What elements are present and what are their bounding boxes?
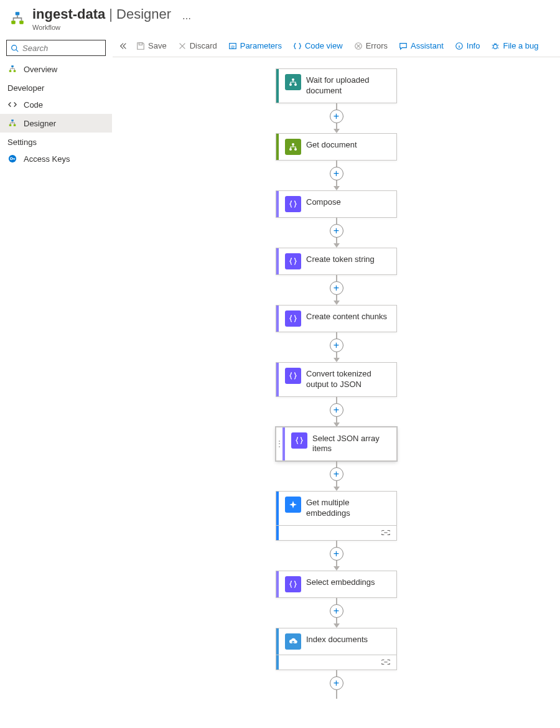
node-icon (285, 196, 301, 212)
node-accent (276, 492, 279, 525)
sidebar: Overview Developer Code Designer Setting… (0, 35, 112, 717)
svg-text:@: @ (231, 44, 235, 48)
nav-group-settings: Settings (0, 133, 112, 149)
add-step-button[interactable]: + (330, 338, 343, 352)
node-label: Wait for uploaded document (306, 69, 396, 103)
parameters-button[interactable]: @ Parameters (223, 39, 287, 53)
workflow-node[interactable]: Select embeddings (276, 571, 397, 598)
svg-point-23 (289, 148, 292, 151)
add-step-button[interactable]: + (330, 167, 343, 180)
node-label: Select embeddings (306, 571, 396, 597)
connector: + (330, 332, 343, 362)
node-label: Get multiple embeddings (306, 492, 396, 525)
node-label: Select JSON array items (312, 427, 396, 461)
add-step-button[interactable]: + (330, 224, 343, 238)
node-icon (285, 253, 301, 269)
node-icon (285, 368, 301, 384)
search-box[interactable] (6, 40, 106, 56)
add-step-button[interactable]: + (330, 604, 343, 618)
connector: + (330, 103, 343, 133)
errors-button[interactable]: Errors (349, 39, 393, 53)
workflow-node[interactable]: Create token string (276, 248, 397, 275)
workflow-node[interactable]: Create content chunks (276, 305, 397, 332)
workflow-icon (7, 64, 17, 74)
svg-point-24 (294, 148, 297, 151)
add-step-button[interactable]: + (330, 676, 343, 690)
svg-rect-10 (14, 124, 16, 126)
workflow-node[interactable]: Index documents (276, 628, 397, 655)
bug-icon (491, 42, 500, 50)
search-input[interactable] (22, 44, 101, 53)
svg-rect-5 (11, 65, 14, 67)
svg-rect-0 (16, 12, 20, 15)
connector: + (330, 670, 343, 699)
link-icon (375, 526, 396, 540)
search-icon (11, 44, 19, 52)
node-accent (282, 427, 285, 461)
discard-icon (178, 42, 187, 50)
svg-point-22 (292, 143, 294, 146)
add-step-button[interactable]: + (330, 281, 343, 295)
add-step-button[interactable]: + (330, 110, 343, 123)
page-title: ingest-data|Designer (32, 6, 171, 22)
sidebar-item-code[interactable]: Code (0, 95, 112, 114)
link-icon (375, 655, 396, 670)
connector: + (330, 161, 343, 190)
node-accent (276, 628, 279, 655)
node-icon (285, 576, 301, 592)
connector: + (330, 461, 343, 491)
workflow-node[interactable]: Compose (276, 190, 397, 218)
toolbar: Save Discard @ Parameters Code view Erro… (113, 35, 560, 57)
errors-icon (354, 42, 363, 50)
svg-rect-9 (9, 124, 12, 126)
sidebar-item-label: Designer (24, 119, 56, 128)
code-icon (293, 42, 302, 50)
save-button[interactable]: Save (131, 39, 172, 53)
node-icon (291, 432, 307, 449)
sidebar-item-access-keys[interactable]: Access Keys (0, 149, 112, 168)
node-accent (276, 306, 279, 332)
add-step-button[interactable]: + (330, 547, 343, 561)
svg-point-3 (12, 45, 17, 50)
node-accent (276, 363, 279, 396)
more-button[interactable]: ⋯ (182, 14, 191, 24)
key-icon (7, 154, 17, 164)
connector: + (330, 275, 343, 305)
node-icon (285, 633, 301, 650)
parameters-icon: @ (228, 42, 237, 50)
svg-point-21 (294, 83, 297, 86)
chat-icon (399, 42, 408, 50)
node-label: Create content chunks (306, 306, 396, 332)
workflow-node[interactable]: Convert tokenized output to JSON (276, 362, 397, 397)
assistant-button[interactable]: Assistant (394, 39, 449, 53)
collapse-sidebar-button[interactable] (116, 39, 130, 53)
discard-button[interactable]: Discard (173, 39, 222, 53)
drag-handle-icon[interactable]: ⋮ (276, 427, 282, 461)
svg-point-20 (289, 83, 292, 86)
designer-icon (7, 118, 17, 128)
designer-canvas[interactable]: Wait for uploaded document+Get document+… (113, 57, 560, 717)
workflow-node[interactable]: Wait for uploaded document (276, 68, 397, 103)
add-step-button[interactable]: + (330, 403, 343, 417)
add-step-button[interactable]: + (330, 467, 343, 481)
sidebar-item-designer[interactable]: Designer (0, 114, 112, 133)
workflow-node[interactable]: Get multiple embeddings (276, 491, 397, 526)
bug-button[interactable]: File a bug (486, 39, 543, 53)
svg-rect-1 (11, 21, 16, 24)
node-label: Convert tokenized output to JSON (306, 363, 396, 396)
sidebar-item-overview[interactable]: Overview (0, 60, 112, 78)
node-icon (285, 497, 301, 513)
workflow-node[interactable]: Get document (276, 133, 397, 161)
codeview-button[interactable]: Code view (288, 39, 348, 53)
node-accent (276, 571, 279, 597)
code-icon (7, 100, 17, 110)
info-button[interactable]: Info (450, 39, 485, 53)
node-accent (276, 69, 279, 103)
node-footer[interactable] (276, 655, 397, 670)
connector: + (330, 598, 343, 628)
nav-group-developer: Developer (0, 78, 112, 95)
sidebar-item-label: Access Keys (24, 154, 70, 164)
node-label: Compose (306, 191, 396, 217)
node-footer[interactable] (276, 526, 397, 541)
workflow-node[interactable]: ⋮Select JSON array items (276, 427, 397, 462)
